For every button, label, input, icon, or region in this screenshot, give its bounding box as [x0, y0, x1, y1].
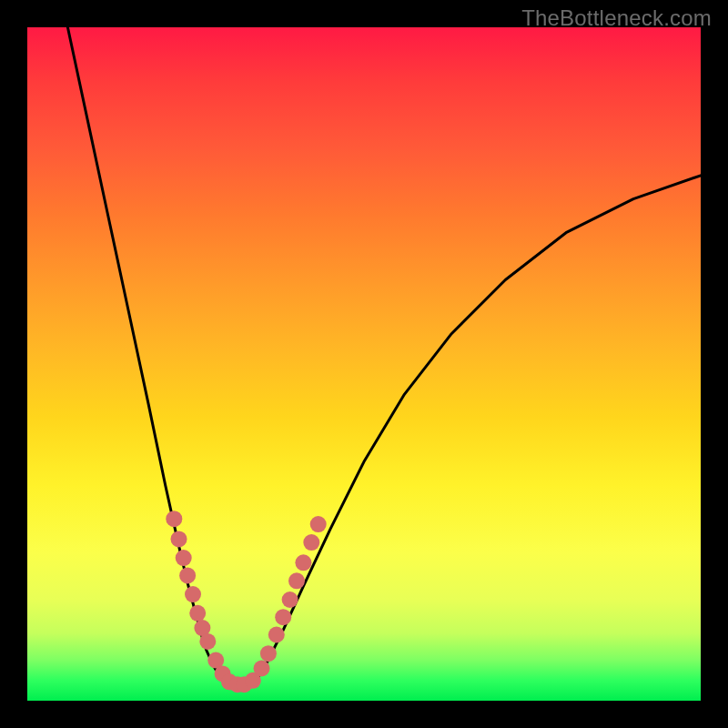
- marker-dot: [254, 661, 270, 677]
- marker-dot: [166, 511, 182, 527]
- marker-dot: [176, 550, 192, 566]
- marker-dots: [166, 511, 326, 693]
- marker-dot: [171, 531, 187, 547]
- curve-svg: [27, 27, 701, 701]
- bottleneck-curve: [67, 27, 701, 687]
- marker-dot: [199, 633, 216, 650]
- marker-dot: [260, 645, 277, 662]
- marker-dot: [275, 609, 291, 625]
- outer-frame: TheBottleneck.com: [0, 0, 728, 728]
- marker-dot: [303, 534, 319, 551]
- marker-dot: [282, 592, 298, 608]
- marker-dot: [268, 627, 285, 643]
- marker-dot: [295, 554, 311, 571]
- marker-dot: [310, 516, 327, 532]
- marker-dot: [189, 605, 206, 622]
- marker-dot: [179, 567, 196, 583]
- plot-area: [27, 27, 701, 701]
- marker-dot: [288, 572, 305, 589]
- marker-dot: [185, 586, 201, 602]
